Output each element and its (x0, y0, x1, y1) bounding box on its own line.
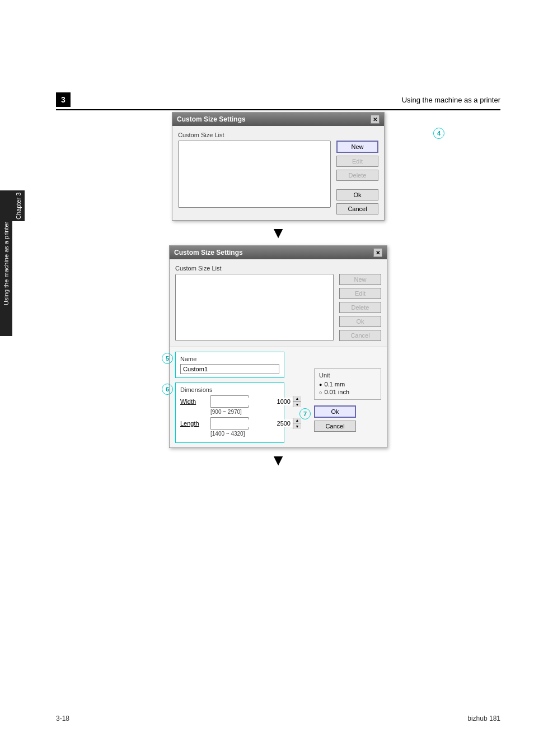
unit-mm-radio[interactable] (319, 381, 322, 388)
dialog1-body: Custom Size List New Edit Delete Ok Canc… (172, 126, 384, 220)
dialog2-extended: 5 Name 6 (170, 347, 387, 447)
chapter-number: 3 (61, 95, 65, 104)
step-badge-5: 5 (162, 353, 173, 364)
name-input[interactable] (180, 364, 279, 374)
dialog2-close-button[interactable]: ✕ (373, 248, 382, 257)
dialog2-cancel-bottom-button[interactable]: Cancel (314, 421, 356, 432)
width-range: [900 ~ 2970] (210, 409, 279, 415)
dialog1-edit-button[interactable]: Edit (336, 156, 378, 167)
dialog1-close-button[interactable]: ✕ (371, 115, 380, 124)
unit-inch-option[interactable]: 0.01 inch (319, 389, 376, 395)
dialog2-buttons: New Edit Delete Ok Cancel (339, 265, 381, 341)
dialog2-titlebar: Custom Size Settings ✕ (170, 246, 387, 259)
footer-right: bizhub 181 (467, 715, 500, 722)
sidebar-tab: Using the machine as a printer (0, 190, 12, 336)
dialog2-body: Custom Size List New Edit Delete Ok Canc… (170, 259, 387, 347)
dialog2-listbox[interactable] (175, 274, 334, 341)
width-label: Width (180, 398, 207, 405)
dimensions-label: Dimensions (180, 386, 279, 393)
dialog1-list-area: Custom Size List (178, 132, 331, 214)
header-title: Using the machine as a printer (402, 96, 500, 104)
chapter-label: Chapter 3 (15, 192, 22, 219)
dialog1: Custom Size Settings ✕ Custom Size List … (172, 112, 385, 221)
length-arrows: ▲ ▼ (293, 418, 301, 429)
dialog1-new-button[interactable]: New (336, 141, 378, 153)
dialog2-new-button[interactable]: New (339, 274, 381, 285)
dialog2-ok-bottom-button[interactable]: Ok (314, 405, 356, 418)
width-input[interactable] (211, 398, 293, 405)
page-header: 3 Using the machine as a printer (56, 92, 500, 110)
dialog2-list-area: Custom Size List (175, 265, 334, 341)
dialog1-delete-button[interactable]: Delete (336, 170, 378, 181)
dialog1-ok-button[interactable]: Ok (336, 189, 378, 200)
dimensions-section: Dimensions Width ▲ ▼ (175, 382, 284, 443)
length-input[interactable] (211, 419, 293, 427)
dialog1-list-label: Custom Size List (178, 132, 331, 138)
arrow1: ▼ (56, 225, 500, 241)
dialog1-titlebar: Custom Size Settings ✕ (172, 113, 384, 126)
dialog2-cancel-button[interactable]: Cancel (339, 330, 381, 341)
unit-inch-radio[interactable] (319, 389, 322, 395)
chapter-number-box: 3 (56, 92, 71, 107)
width-down-arrow[interactable]: ▼ (293, 402, 301, 407)
unit-mm-option[interactable]: 0.1 mm (319, 381, 376, 388)
width-spinner: ▲ ▼ (210, 395, 249, 408)
step-badge-6: 6 (162, 384, 173, 395)
step-badge-7: 7 (299, 408, 311, 419)
dialog1-title: Custom Size Settings (177, 115, 246, 123)
dialog2-edit-button[interactable]: Edit (339, 288, 381, 299)
dialog2-delete-button[interactable]: Delete (339, 302, 381, 313)
chapter-badge: Chapter 3 (12, 190, 25, 221)
step-badge-5-wrapper: 5 (162, 353, 173, 364)
dialog1-listbox[interactable] (178, 141, 331, 208)
dialog2-ok-button[interactable]: Ok (339, 316, 381, 327)
unit-mm-label: 0.1 mm (324, 381, 345, 388)
length-range: [1400 ~ 4320] (210, 431, 279, 437)
length-down-arrow[interactable]: ▼ (293, 423, 301, 429)
unit-inch-label: 0.01 inch (324, 389, 349, 395)
sidebar-text: Using the machine as a printer (3, 221, 10, 305)
unit-section: Unit 0.1 mm 0.01 inch (314, 368, 381, 400)
page-footer: 3-18 bizhub 181 (56, 715, 500, 722)
width-arrows: ▲ ▼ (293, 396, 301, 407)
width-up-arrow[interactable]: ▲ (293, 396, 301, 402)
length-spinner: ▲ ▼ (210, 417, 249, 430)
unit-label: Unit (319, 372, 376, 379)
footer-left: 3-18 (56, 715, 69, 722)
arrow2: ▼ (56, 452, 500, 468)
length-label: Length (180, 420, 207, 427)
dialog2-title: Custom Size Settings (174, 249, 243, 256)
dialog1-cancel-button[interactable]: Cancel (336, 203, 378, 214)
main-content: 4 Custom Size Settings ✕ Custom Size Lis… (56, 112, 500, 473)
dialog2: Custom Size Settings ✕ Custom Size List … (169, 245, 387, 448)
name-section: Name (175, 352, 284, 378)
step-badge-6-wrapper: 6 (162, 384, 173, 395)
name-label: Name (180, 356, 279, 362)
dialog1-buttons: New Edit Delete Ok Cancel (336, 132, 378, 214)
length-row: Length ▲ ▼ (180, 417, 279, 430)
step-badge-4: 4 (433, 128, 444, 139)
dialog2-list-label: Custom Size List (175, 265, 334, 272)
step-badge-7-wrapper: 7 (299, 408, 311, 419)
header-left: 3 (56, 92, 71, 107)
width-row: Width ▲ ▼ (180, 395, 279, 408)
